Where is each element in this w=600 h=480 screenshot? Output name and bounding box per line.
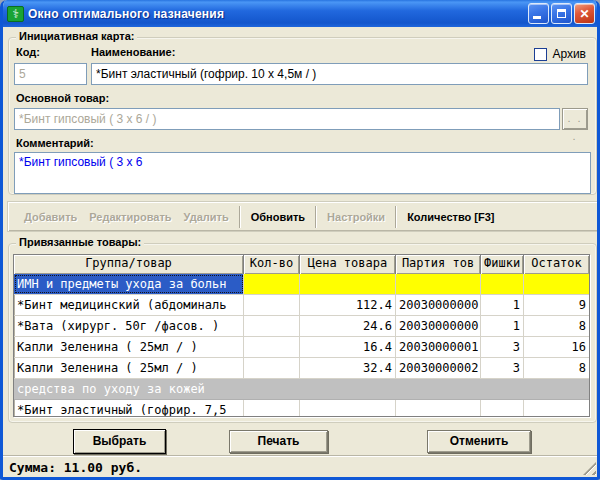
minimize-icon (533, 16, 541, 19)
table-cell[interactable]: *Бинт медицинский (абдоминаль (14, 295, 244, 315)
column-header-stock[interactable]: Остаток (524, 255, 589, 274)
table-cell[interactable]: 1 (481, 295, 524, 315)
titlebar[interactable]: ⚕ Окно оптимального назначения ✕ (0, 0, 600, 27)
close-icon: ✕ (579, 8, 589, 20)
group-cell[interactable]: средства по уходу за кожей (14, 379, 589, 399)
column-header-group-product[interactable]: Группа/товар (14, 255, 244, 274)
table-cell[interactable] (244, 274, 300, 294)
archive-label: Архив (552, 47, 586, 61)
actions-toolbar: Добавить Редактировать Удалить Обновить … (7, 201, 599, 232)
comment-textarea[interactable]: *Бинт гипсовый ( 3 х 6 (14, 152, 591, 194)
table-cell[interactable]: 9 (524, 295, 589, 315)
edit-button[interactable]: Редактировать (83, 208, 177, 226)
table-cell[interactable]: 1 (481, 316, 524, 336)
initiative-card-label: Инициативная карта: (16, 30, 137, 42)
window-title: Окно оптимального назначения (28, 7, 528, 21)
table-row-group[interactable]: средства по уходу за кожей (14, 379, 589, 400)
table-row[interactable]: *Бинт эластичный (гофрир. 7,5 (14, 400, 589, 417)
column-header-chips[interactable]: Фишки (481, 255, 524, 274)
main-product-label: Основной товар: (16, 92, 109, 104)
table-cell[interactable]: *Бинт эластичный (гофрир. 7,5 (14, 400, 244, 417)
code-input[interactable] (14, 63, 87, 85)
table-cell[interactable]: 32.4 (300, 358, 396, 378)
selected-group-cell[interactable]: ИМН и предметы ухода за больн (14, 274, 244, 294)
table-row[interactable]: Капли Зеленина ( 25мл / ) 32.4 200300000… (14, 358, 589, 379)
refresh-button[interactable]: Обновить (245, 208, 311, 226)
column-header-batch[interactable]: Партия тов (396, 255, 481, 274)
cancel-button[interactable]: Отменить (427, 430, 531, 453)
linked-products-group: Привязанные товары: Группа/товар Кол-во … (8, 243, 597, 423)
toolbar-separator (395, 206, 397, 228)
table-cell[interactable] (244, 295, 300, 315)
delete-button[interactable]: Удалить (178, 208, 235, 226)
table-cell[interactable]: 8 (524, 358, 589, 378)
table-cell[interactable]: 20030000001 (396, 337, 481, 357)
table-cell[interactable]: 20030000000 (396, 295, 481, 315)
table-cell[interactable] (396, 400, 481, 417)
table-cell[interactable]: 8 (524, 316, 589, 336)
table-row[interactable]: *Бинт медицинский (абдоминаль 112.4 2003… (14, 295, 589, 316)
linked-products-label: Привязанные товары: (16, 236, 144, 248)
maximize-button[interactable] (551, 3, 572, 24)
table-cell[interactable]: 112.4 (300, 295, 396, 315)
name-label: Наименование: (91, 46, 175, 58)
linked-products-table: Группа/товар Кол-во Цена товара Партия т… (13, 254, 590, 417)
table-cell[interactable]: Капли Зеленина ( 25мл / ) (14, 337, 244, 357)
select-button[interactable]: Выбрать (73, 429, 166, 454)
table-row[interactable]: *Вата (хирург. 50г /фасов. ) 24.6 200300… (14, 316, 589, 337)
table-cell[interactable] (396, 274, 481, 294)
optimal-assignment-window: ⚕ Окно оптимального назначения ✕ Инициат… (0, 0, 600, 480)
table-cell[interactable]: 16 (524, 337, 589, 357)
table-cell[interactable]: 3 (481, 337, 524, 357)
print-button[interactable]: Печать (229, 430, 328, 453)
main-product-input[interactable] (14, 108, 560, 130)
table-cell[interactable]: 16.4 (300, 337, 396, 357)
name-input[interactable] (91, 63, 588, 85)
table-cell[interactable]: 3 (481, 358, 524, 378)
table-cell[interactable]: 24.6 (300, 316, 396, 336)
resize-grip-icon[interactable] (583, 462, 596, 475)
table-row-group-selected[interactable]: ИМН и предметы ухода за больн (14, 274, 589, 295)
table-cell[interactable] (244, 400, 300, 417)
table-cell[interactable] (300, 400, 396, 417)
archive-checkbox-wrap[interactable]: Архив (534, 47, 586, 61)
pharmacy-cross-icon: ⚕ (7, 6, 24, 22)
add-button[interactable]: Добавить (18, 208, 83, 226)
initiative-card-group: Инициативная карта: Код: Наименование: А… (8, 37, 597, 195)
table-cell[interactable]: *Вата (хирург. 50г /фасов. ) (14, 316, 244, 336)
code-label: Код: (16, 46, 40, 58)
minimize-button[interactable] (528, 3, 549, 24)
table-cell[interactable] (244, 316, 300, 336)
table-cell[interactable]: 20030000002 (396, 358, 481, 378)
settings-button[interactable]: Настройки (321, 208, 391, 226)
table-cell[interactable] (481, 274, 524, 294)
table-cell[interactable]: 20030000000 (396, 316, 481, 336)
table-header-row: Группа/товар Кол-во Цена товара Партия т… (14, 255, 589, 274)
table-row[interactable]: Капли Зеленина ( 25мл / ) 16.4 200300000… (14, 337, 589, 358)
table-cell[interactable] (524, 400, 589, 417)
archive-checkbox[interactable] (534, 48, 547, 61)
table-cell[interactable] (244, 358, 300, 378)
status-bar: Сумма: 11.00 руб. (3, 456, 597, 477)
table-cell[interactable] (481, 400, 524, 417)
close-button[interactable]: ✕ (574, 3, 595, 24)
browse-button[interactable]: . . . (562, 108, 588, 130)
column-header-price[interactable]: Цена товара (300, 255, 396, 274)
table-cell[interactable] (300, 274, 396, 294)
toolbar-separator (239, 206, 241, 228)
maximize-icon (557, 9, 566, 18)
column-header-quantity[interactable]: Кол-во (244, 255, 300, 274)
sum-status-text: Сумма: 11.00 руб. (9, 460, 142, 475)
table-cell[interactable]: Капли Зеленина ( 25мл / ) (14, 358, 244, 378)
comment-label: Комментарий: (16, 137, 94, 149)
quantity-button[interactable]: Количество [F3] (401, 208, 500, 226)
table-cell[interactable] (524, 274, 589, 294)
toolbar-separator (315, 206, 317, 228)
table-cell[interactable] (244, 337, 300, 357)
